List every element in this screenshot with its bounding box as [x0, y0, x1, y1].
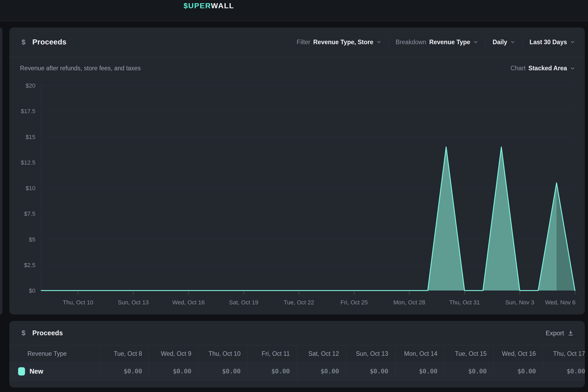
- y-axis-label: $5: [29, 236, 35, 243]
- chevron-down-icon: [376, 39, 382, 45]
- table-cell: $0.00: [494, 362, 543, 380]
- chevron-down-icon: [570, 66, 575, 71]
- legend-swatch: [18, 367, 25, 375]
- table-header-cell: Thu, Oct 10: [198, 345, 247, 362]
- table-card-header: $ Proceeds Export: [9, 321, 585, 345]
- breakdown-value: Revenue Type: [429, 39, 470, 46]
- table-header-cell: Wed, Oct 16: [494, 345, 543, 362]
- table-header-row: Revenue TypeTue, Oct 8Wed, Oct 9Thu, Oct…: [9, 345, 585, 362]
- logo-prefix: $UPER: [184, 2, 211, 10]
- x-axis-label: Wed, Nov 6: [545, 299, 575, 306]
- chart-plot-area[interactable]: $20$17.5$15$12.5$10$7.5$5$2.5$0Thu, Oct …: [9, 80, 585, 315]
- table-header-cell: Fri, Oct 11: [247, 345, 297, 362]
- chart-card-header: $ Proceeds Filter Revenue Type, Store Br…: [9, 27, 585, 57]
- x-axis-label: Sun, Nov 3: [505, 299, 534, 306]
- table-card-title-group: $ Proceeds: [22, 329, 63, 337]
- interval-dropdown[interactable]: Daily: [492, 39, 515, 46]
- chevron-down-icon: [473, 39, 478, 45]
- table-header-cell: Mon, Oct 14: [395, 345, 444, 362]
- controls-divider: [485, 38, 486, 47]
- chart-card-title-group: $ Proceeds: [22, 38, 67, 46]
- x-axis-label: Mon, Oct 28: [394, 299, 425, 306]
- chart-type-value: Stacked Area: [528, 65, 567, 72]
- y-axis-label: $17.5: [21, 108, 35, 115]
- table-row: New$0.00$0.00$0.00$0.00$0.00$0.00$0.00$0…: [9, 362, 585, 381]
- chart-type-dropdown[interactable]: Chart Stacked Area: [511, 65, 575, 72]
- y-axis-label: $0: [29, 287, 35, 294]
- x-axis-label: Tue, Oct 22: [284, 299, 314, 306]
- export-button[interactable]: Export: [546, 329, 574, 337]
- chart-subheader: Revenue after refunds, store fees, and t…: [9, 57, 585, 80]
- proceeds-chart-card: $ Proceeds Filter Revenue Type, Store Br…: [9, 27, 585, 315]
- table-header-cell: Sat, Oct 12: [297, 345, 346, 362]
- table-header-cell: Thu, Oct 17: [543, 345, 585, 362]
- breakdown-label: Breakdown: [396, 39, 426, 46]
- y-axis-label: $7.5: [24, 210, 35, 217]
- dollar-icon: $: [22, 329, 25, 337]
- controls-divider: [388, 38, 389, 47]
- y-axis-label: $2.5: [24, 262, 35, 268]
- table-header-cell: Revenue Type: [9, 345, 100, 362]
- table-cell: $0.00: [444, 362, 494, 380]
- adjacent-card-edge: [0, 27, 2, 315]
- chart-subtitle: Revenue after refunds, store fees, and t…: [20, 65, 141, 72]
- x-axis-label: Thu, Oct 10: [63, 299, 93, 306]
- area-fill: [41, 147, 575, 291]
- x-axis-label: Wed, Oct 16: [172, 299, 205, 306]
- chart-controls: Filter Revenue Type, Store Breakdown Rev…: [297, 38, 575, 47]
- export-label: Export: [546, 329, 564, 337]
- table-cell: $0.00: [198, 362, 247, 380]
- adjacent-card-divider: [0, 57, 2, 57]
- x-axis-label: Fri, Oct 25: [341, 299, 368, 306]
- x-axis-label: Sun, Oct 13: [118, 299, 149, 306]
- table-cell: $0.00: [100, 362, 149, 380]
- breakdown-dropdown[interactable]: Breakdown Revenue Type: [396, 39, 478, 46]
- chevron-down-icon: [570, 39, 575, 45]
- top-nav-bar: $UPERWALL: [0, 0, 588, 21]
- table-cell: $0.00: [543, 362, 585, 380]
- chart-card-title: Proceeds: [32, 38, 66, 46]
- y-axis-label: $20: [26, 82, 35, 89]
- table-header-cell: Tue, Oct 8: [100, 345, 149, 362]
- date-range-value: Last 30 Days: [529, 39, 567, 46]
- dollar-icon: $: [22, 38, 25, 46]
- y-axis-label: $10: [26, 185, 35, 191]
- row-label: New: [30, 362, 43, 380]
- filter-dropdown[interactable]: Filter Revenue Type, Store: [297, 39, 382, 46]
- interval-value: Daily: [492, 39, 507, 46]
- proceeds-table: Revenue TypeTue, Oct 8Wed, Oct 9Thu, Oct…: [9, 345, 585, 381]
- app-logo[interactable]: $UPERWALL: [184, 1, 234, 11]
- table-cell: $0.00: [247, 362, 297, 380]
- y-axis-label: $15: [26, 134, 35, 140]
- row-label-cell: New: [9, 362, 100, 380]
- table-header-cell: Wed, Oct 9: [149, 345, 198, 362]
- x-axis-label: Thu, Oct 31: [449, 299, 480, 306]
- table-header-cell: Sun, Oct 13: [346, 345, 395, 362]
- table-cell: $0.00: [297, 362, 346, 380]
- table-cell: $0.00: [395, 362, 444, 380]
- controls-divider: [522, 38, 523, 47]
- chevron-down-icon: [510, 39, 515, 45]
- y-axis-label: $12.5: [21, 159, 35, 166]
- download-icon: [567, 330, 574, 337]
- x-axis-label: Sat, Oct 19: [229, 299, 258, 306]
- table-header-cell: Tue, Oct 15: [444, 345, 494, 362]
- proceeds-table-card: $ Proceeds Export Revenue TypeTue, Oct 8…: [9, 321, 585, 387]
- table-card-title: Proceeds: [32, 329, 63, 337]
- stacked-area-chart: $20$17.5$15$12.5$10$7.5$5$2.5$0Thu, Oct …: [9, 80, 585, 315]
- logo-suffix: WALL: [211, 2, 234, 10]
- chart-type-label: Chart: [511, 65, 525, 72]
- table-cell: $0.00: [346, 362, 395, 380]
- filter-value: Revenue Type, Store: [313, 39, 373, 46]
- table-cell: $0.00: [149, 362, 198, 380]
- date-range-dropdown[interactable]: Last 30 Days: [529, 39, 575, 46]
- filter-label: Filter: [297, 39, 310, 46]
